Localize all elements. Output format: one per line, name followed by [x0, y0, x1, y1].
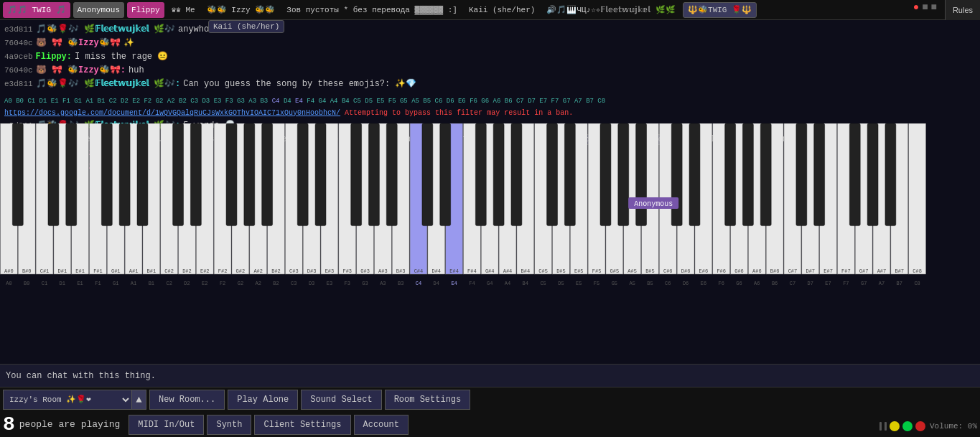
discord-icon[interactable]: ■ [922, 1, 928, 13]
tab-twig1[interactable]: 🎵 🎵 TWIG 🎵 [3, 2, 70, 18]
settings-icon[interactable]: ■ [931, 1, 937, 13]
svg-text:G#3: G#3 [360, 268, 370, 274]
black-key-D#5[interactable] [564, 123, 575, 226]
black-key-D#4[interactable] [440, 123, 451, 226]
twig2-label: TWIG 🌹🔱 [708, 5, 752, 14]
svg-text:E#1: E#1 [75, 268, 85, 274]
black-key-F#3[interactable] [351, 123, 362, 226]
black-key-G#4[interactable] [493, 123, 504, 226]
flippy-label: Flippy [131, 6, 160, 14]
piano-spacer [4, 91, 976, 97]
tab-kaii[interactable]: Kaii (she/her) [465, 2, 539, 18]
white-key-C8[interactable] [909, 123, 926, 274]
people-count: 8 people are playing [3, 413, 120, 436]
black-key-C#1[interactable] [48, 123, 59, 226]
svg-text:F#2: F#2 [218, 268, 228, 274]
svg-text:G#5: G#5 [610, 268, 620, 274]
tab-flippy[interactable]: Flippy [127, 2, 164, 18]
svg-text:A4: A4 [505, 281, 510, 286]
svg-text:D7: D7 [808, 281, 813, 286]
black-key-G#5[interactable] [618, 123, 629, 226]
svg-text:G7: G7 [861, 281, 867, 286]
tab-stream2[interactable]: 🔊🎵🎹ЧЦ♪☆✧𝔽𝕝𝕖𝕖𝕥𝕨𝕦𝕛𝕜𝕖𝕝 🌿🌿 [542, 2, 680, 18]
black-key-D#3[interactable] [315, 123, 326, 226]
tab-me[interactable]: ♛ ♛ Me [167, 2, 200, 18]
black-key-F#1[interactable] [101, 123, 112, 226]
volume-label: Volume: 0% [930, 422, 977, 431]
black-key-A#5[interactable] [636, 123, 647, 226]
black-key-D#7[interactable] [814, 123, 825, 226]
black-key-F#5[interactable] [600, 123, 611, 226]
black-key-A#3[interactable] [386, 123, 397, 226]
sound-select-button[interactable]: Sound Select [301, 390, 381, 410]
black-key-D#6[interactable] [689, 123, 700, 226]
google-doc-link[interactable]: https://docs.google.com/document/d/1wQVG… [4, 109, 340, 117]
black-key-C#7[interactable] [796, 123, 807, 226]
svg-text:E6: E6 [701, 281, 706, 286]
room-up-button[interactable]: ▲ [132, 390, 146, 410]
black-key-A#0[interactable] [12, 123, 23, 226]
svg-text:A#3: A#3 [378, 268, 388, 274]
account-button[interactable]: Account [354, 415, 409, 435]
black-key-G#2[interactable] [244, 123, 255, 226]
black-key-A#2[interactable] [262, 123, 273, 226]
black-key-G#3[interactable] [369, 123, 380, 226]
room-select-container: Izzy's Room ✨🌹❤ ▲ [3, 390, 146, 410]
svg-text:G#2: G#2 [236, 268, 246, 274]
reddit-icon[interactable]: ● [913, 1, 919, 13]
black-key-C#2[interactable] [173, 123, 184, 226]
svg-text:E5: E5 [576, 281, 582, 286]
svg-text:F1: F1 [95, 281, 101, 286]
svg-text:A7: A7 [879, 281, 885, 286]
black-key-F#2[interactable] [226, 123, 237, 226]
black-key-C#4[interactable] [422, 123, 433, 226]
black-key-A#4[interactable] [511, 123, 522, 226]
tab-izzy[interactable]: 🐝🐝 Izzy 🐝🐝 [202, 2, 280, 18]
tab-anonymous[interactable]: Anonymous [73, 2, 124, 18]
top-bar: 🎵 🎵 TWIG 🎵 Anonymous Flippy ♛ ♛ Me 🐝🐝 Iz… [0, 0, 980, 20]
black-key-G#6[interactable] [742, 123, 753, 226]
tab-stream1[interactable]: Зов пустоты * без перевода ▓▓▓▓▓▓ :] [282, 2, 462, 18]
black-key-D#1[interactable] [66, 123, 77, 226]
black-key-A#6[interactable] [760, 123, 771, 226]
piano-svg[interactable]: A#0B#0C#1D#1E#1F#1G#1A#1B#1C#2D#2E#2F#2G… [0, 123, 926, 288]
black-key-G#1[interactable] [119, 123, 130, 226]
rules-button[interactable]: Rules [945, 0, 980, 20]
svg-text:E#7: E#7 [823, 268, 833, 274]
black-key-C#5[interactable] [547, 123, 558, 226]
svg-text:F#4: F#4 [467, 268, 477, 274]
svg-text:E3: E3 [327, 281, 332, 286]
count-text: people are playing [19, 419, 120, 430]
chat-input[interactable] [0, 365, 980, 387]
vol-dot-red [915, 421, 925, 431]
room-settings-button[interactable]: Room Settings [385, 390, 471, 410]
svg-text:G1: G1 [113, 281, 118, 286]
bottom-row1: Izzy's Room ✨🌹❤ ▲ New Room... Play Alone… [0, 387, 980, 413]
svg-text:E#6: E#6 [699, 268, 709, 274]
svg-text:D#5: D#5 [556, 268, 566, 274]
client-settings-button[interactable]: Client Settings [254, 415, 350, 435]
black-key-F#4[interactable] [475, 123, 486, 226]
svg-text:D6: D6 [683, 281, 689, 286]
black-key-A#7[interactable] [885, 123, 896, 226]
me-icon: ♛ [172, 5, 177, 14]
black-key-A#1[interactable] [137, 123, 148, 226]
black-key-G#7[interactable] [867, 123, 878, 226]
room-select[interactable]: Izzy's Room ✨🌹❤ [3, 390, 132, 410]
svg-text:A#1: A#1 [129, 268, 139, 274]
new-room-button[interactable]: New Room... [149, 390, 225, 410]
tab-twig2[interactable]: 🔱🐝 TWIG 🌹🔱 [683, 2, 757, 18]
svg-text:D5: D5 [558, 281, 564, 286]
svg-text:F6: F6 [719, 281, 724, 286]
black-key-F#6[interactable] [725, 123, 736, 226]
svg-text:D3: D3 [309, 281, 314, 286]
black-key-C#3[interactable] [297, 123, 308, 226]
svg-text:C6: C6 [665, 281, 671, 286]
black-key-D#2[interactable] [190, 123, 201, 226]
midi-button[interactable]: MIDI In/Out [129, 415, 204, 435]
synth-button[interactable]: Synth [207, 415, 251, 435]
play-alone-button[interactable]: Play Alone [228, 390, 298, 410]
svg-text:C#6: C#6 [663, 268, 673, 274]
black-key-C#6[interactable] [671, 123, 682, 226]
black-key-F#7[interactable] [849, 123, 860, 226]
